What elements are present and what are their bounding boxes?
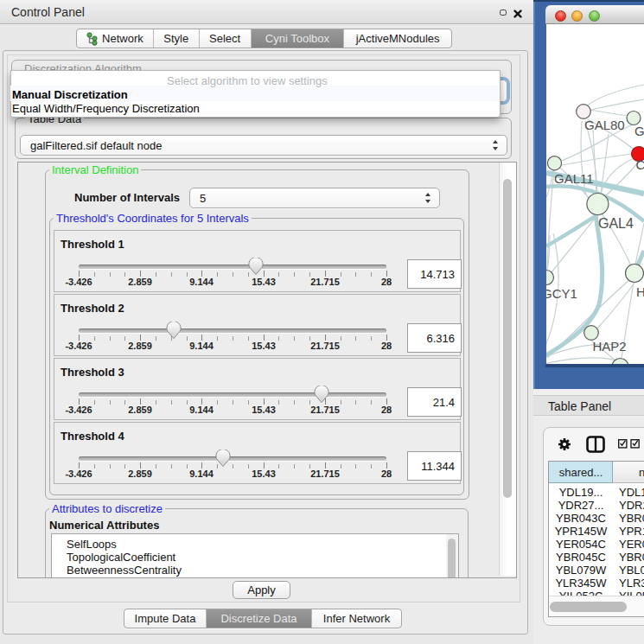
svg-text:GA: GA [634, 124, 644, 138]
svg-text:C: C [636, 157, 644, 172]
svg-text:GAL80: GAL80 [584, 118, 625, 132]
svg-text:HI: HI [636, 284, 644, 299]
svg-text:GCY1: GCY1 [546, 286, 577, 301]
svg-text:HAP2: HAP2 [593, 339, 627, 354]
svg-text:GAL4: GAL4 [598, 216, 634, 231]
svg-text:GAL11: GAL11 [554, 171, 594, 186]
